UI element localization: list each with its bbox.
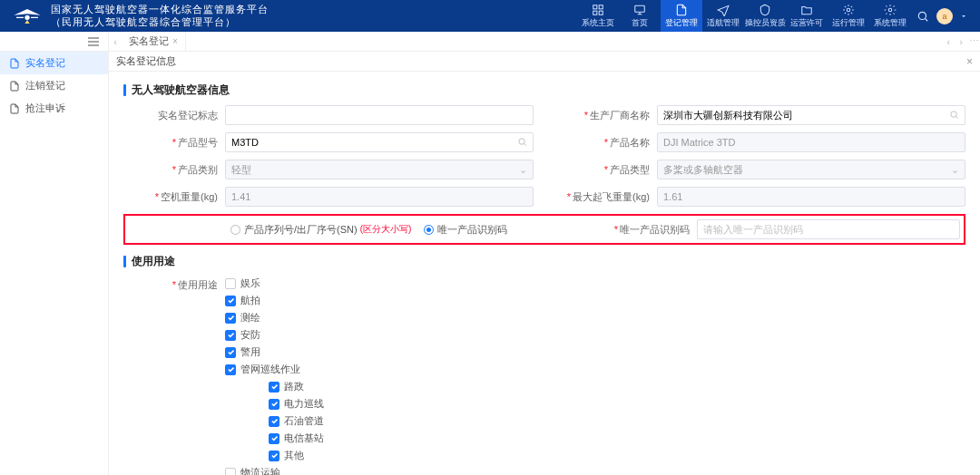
sidebar-collapse-toggle[interactable] [0, 32, 108, 52]
usage-node-label: 物流运输 [240, 466, 280, 475]
usage-node-9[interactable]: 电信基站 [225, 431, 965, 445]
checkbox-icon[interactable] [269, 416, 279, 427]
nav-label: 运营许可 [790, 17, 823, 29]
search-icon[interactable] [949, 110, 959, 121]
usage-node-label: 电力巡线 [284, 397, 324, 411]
usage-node-label: 安防 [240, 328, 260, 342]
folder-icon [800, 4, 813, 16]
sidebar-item-label: 实名登记 [25, 56, 65, 70]
caret-down-icon[interactable] [960, 13, 967, 20]
panel-close-icon[interactable]: × [966, 55, 973, 68]
usage-node-0[interactable]: 娱乐 [225, 276, 965, 290]
usage-label: *使用用途 [123, 276, 225, 475]
file-text-icon [9, 58, 20, 69]
usage-node-7[interactable]: 电力巡线 [225, 397, 965, 411]
nav-item-5[interactable]: 运营许可 [786, 0, 828, 32]
nav-item-6[interactable]: 运行管理 [828, 0, 869, 32]
nav-item-1[interactable]: 首页 [619, 0, 661, 32]
usage-node-label: 其他 [284, 449, 304, 462]
svg-point-7 [888, 8, 892, 12]
tab-prev[interactable]: ‹ [109, 32, 122, 51]
checkbox-icon[interactable] [225, 278, 236, 289]
plane-icon [717, 4, 730, 16]
svg-point-10 [519, 138, 524, 143]
category-select[interactable]: 轻型⌄ [225, 160, 534, 179]
model-label: *产品型号 [123, 136, 225, 150]
radio-uid[interactable]: 唯一产品识别码 [424, 223, 507, 237]
platform-title-line2: （民用无人驾驶航空器综合管理平台） [51, 16, 269, 28]
category-label: *产品类别 [123, 163, 225, 177]
reg-tag-input[interactable] [225, 105, 534, 125]
usage-node-5[interactable]: 管网巡线作业 [225, 363, 965, 376]
empty-weight-input: 1.41 [225, 187, 534, 207]
svg-rect-3 [593, 11, 597, 15]
usage-node-2[interactable]: 测绘 [225, 311, 965, 325]
usage-node-4[interactable]: 警用 [225, 345, 965, 359]
mfr-label: *生产厂商名称 [555, 109, 657, 122]
tab-next[interactable]: ‹ [942, 32, 955, 51]
checkbox-icon[interactable] [225, 364, 236, 375]
model-input[interactable] [225, 132, 534, 152]
nav-label: 系统主页 [582, 17, 614, 29]
sidebar-item-0[interactable]: 实名登记 [0, 52, 108, 74]
svg-rect-4 [599, 11, 603, 15]
checkbox-icon[interactable] [269, 382, 279, 393]
nav-item-2[interactable]: 登记管理 [661, 0, 702, 32]
tab-label: 实名登记 [129, 34, 169, 48]
sidebar-item-2[interactable]: 抢注申诉 [0, 97, 108, 120]
type-label: *产品类型 [555, 163, 657, 177]
search-icon[interactable] [916, 10, 929, 23]
sn-highlight-box: 产品序列号/出厂序号(SN) (区分大小写) 唯一产品识别码 *唯一产品识别码 [123, 214, 965, 245]
prodname-label: *产品名称 [555, 136, 657, 150]
platform-logo-icon [13, 7, 42, 25]
mfr-input[interactable] [657, 105, 965, 125]
checkbox-icon[interactable] [225, 313, 236, 324]
checkbox-icon[interactable] [225, 330, 236, 341]
tab-menu[interactable]: ⋯ [967, 32, 980, 51]
search-icon[interactable] [517, 137, 527, 149]
tab-next2[interactable]: › [955, 32, 967, 51]
usage-node-6[interactable]: 路政 [225, 380, 965, 393]
section-bar-icon [123, 256, 126, 267]
mtow-input: 1.61 [657, 187, 965, 207]
usage-node-3[interactable]: 安防 [225, 328, 965, 342]
sidebar-item-1[interactable]: 注销登记 [0, 74, 108, 97]
monitor-icon [633, 4, 646, 16]
nav-label: 适航管理 [707, 17, 740, 29]
nav-item-7[interactable]: 系统管理 [869, 0, 911, 32]
checkbox-icon[interactable] [225, 296, 236, 306]
empty-weight-label: *空机重量(kg) [123, 190, 225, 204]
nav-label: 系统管理 [874, 17, 906, 29]
chevron-down-icon: ⌄ [519, 164, 527, 176]
nav-item-0[interactable]: 系统主页 [577, 0, 619, 32]
nav-item-3[interactable]: 适航管理 [702, 0, 744, 32]
shield-icon [759, 4, 771, 16]
panel-title: 实名登记信息 [116, 54, 176, 68]
usage-node-10[interactable]: 其他 [225, 449, 965, 462]
checkbox-icon[interactable] [269, 451, 279, 461]
radio-sn[interactable]: 产品序列号/出厂序号(SN) (区分大小写) [230, 223, 411, 237]
usage-node-1[interactable]: 航拍 [225, 294, 965, 307]
tab-0[interactable]: 实名登记× [122, 32, 186, 51]
tab-close-icon[interactable]: × [172, 36, 178, 46]
usage-node-11[interactable]: 物流运输 [225, 466, 965, 475]
prodname-input: DJI Matrice 3TD [657, 132, 965, 152]
checkbox-icon[interactable] [225, 347, 236, 358]
checkbox-icon[interactable] [269, 433, 279, 444]
sidebar-item-label: 注销登记 [25, 79, 65, 92]
checkbox-icon[interactable] [269, 399, 279, 410]
nav-label: 首页 [632, 17, 648, 29]
usage-node-8[interactable]: 石油管道 [225, 414, 965, 428]
checkbox-icon[interactable] [225, 468, 236, 476]
mtow-label: *最大起飞重量(kg) [555, 190, 657, 204]
uid-input[interactable] [697, 219, 960, 239]
usage-node-label: 测绘 [240, 311, 260, 325]
nav-item-4[interactable]: 操控员资质 [744, 0, 786, 32]
gear-icon [842, 4, 855, 16]
type-select[interactable]: 多桨或多轴航空器⌄ [657, 160, 965, 179]
file-minus-icon [9, 81, 20, 92]
platform-title-line1: 国家无人驾驶航空器一体化综合监管服务平台 [51, 4, 269, 15]
user-avatar[interactable]: a [936, 8, 953, 24]
svg-point-9 [951, 111, 956, 116]
section-bar-icon [123, 84, 126, 96]
